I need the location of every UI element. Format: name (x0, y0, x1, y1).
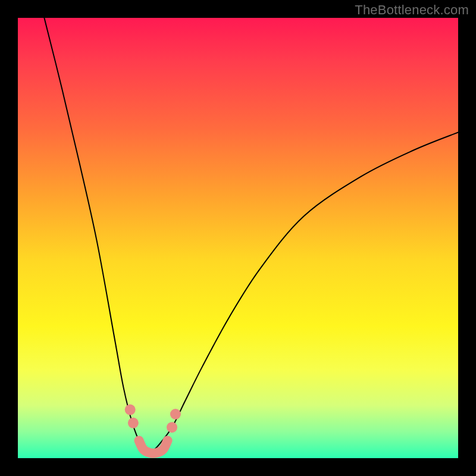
marker-dot-left-upper (125, 405, 136, 415)
plot-area (18, 18, 458, 458)
curve-left-branch (44, 18, 150, 454)
curve-right-branch (150, 132, 458, 453)
valley-marker-worm (139, 440, 168, 453)
marker-dot-right-lower (167, 422, 177, 433)
marker-dots-group (125, 405, 181, 433)
chart-frame: TheBottleneck.com (0, 0, 476, 476)
marker-dot-right-upper (170, 409, 181, 419)
bottleneck-curve-svg (18, 18, 458, 458)
watermark-text: TheBottleneck.com (355, 2, 469, 18)
marker-dot-left-lower (128, 418, 139, 428)
